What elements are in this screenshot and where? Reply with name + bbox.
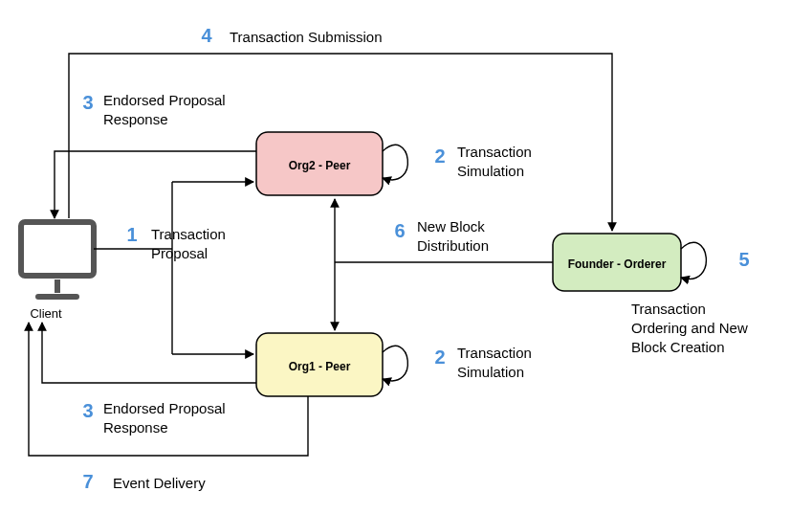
step2a-t2: Simulation [457,163,524,179]
step3b-t2: Response [103,419,168,436]
step7-t1: Event Delivery [113,475,206,491]
client-label: Client [30,306,62,321]
step1-num: 1 [126,224,137,245]
step3a-t1: Endorsed Proposal [103,92,226,108]
step3b-num: 3 [82,400,93,421]
step5-t2: Ordering and New [631,320,748,336]
step6-t2: Distribution [417,237,489,254]
step5-num: 5 [738,249,749,270]
step2a-num: 2 [434,145,445,167]
step2a-t1: Transaction [457,144,532,160]
edge-proposal [94,182,253,354]
step2b-t2: Simulation [457,364,524,380]
step4-text: Transaction Submission [230,29,383,45]
selfloop-org2 [383,145,407,180]
edge-endorsed-org1 [42,323,256,383]
node-org1-label: Org1 - Peer [289,360,351,373]
svg-rect-0 [21,222,94,276]
selfloop-orderer [681,242,706,279]
step7-num: 7 [82,471,93,492]
step1-t1: Transaction [151,226,226,242]
selfloop-org1 [383,346,407,381]
node-orderer-label: Founder - Orderer [568,257,667,271]
step2b-t1: Transaction [457,345,532,361]
node-org2-label: Org2 - Peer [289,159,351,172]
step6-t1: New Block [417,218,485,235]
step3a-num: 3 [82,92,93,113]
step5-t1: Transaction [631,301,706,317]
step3b-t1: Endorsed Proposal [103,400,226,416]
step3a-t2: Response [103,111,168,127]
edge-endorsed-org2 [55,151,256,218]
client-icon [21,222,94,297]
step6-num: 6 [394,220,405,241]
step2b-num: 2 [434,346,445,368]
step4-num: 4 [201,25,212,46]
step5-t3: Block Creation [631,339,725,355]
step1-t2: Proposal [151,245,208,261]
